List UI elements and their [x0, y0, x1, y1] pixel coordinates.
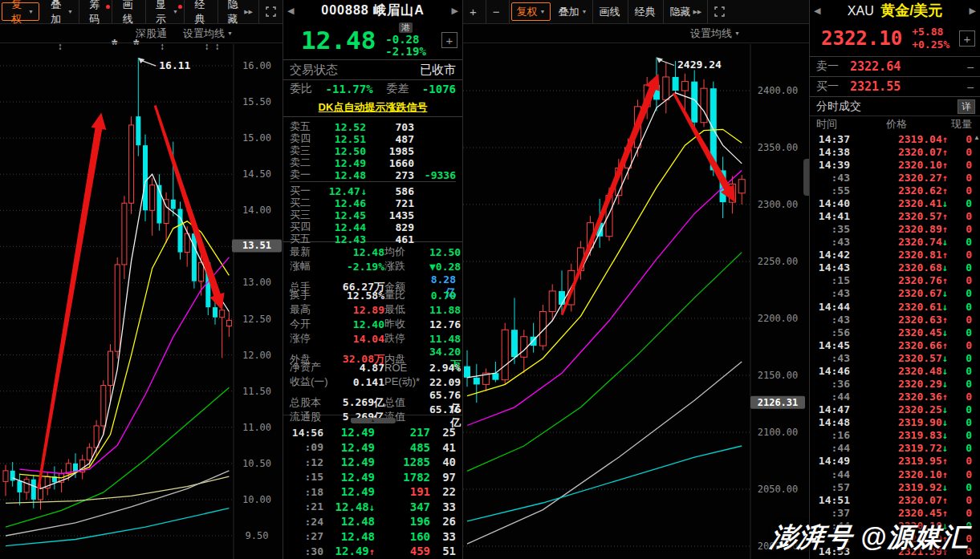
tick-row[interactable]: :44 2319.72↓ 0	[815, 442, 972, 455]
toolbar-button-label: 复权	[7, 0, 26, 26]
stock-header: ◀ 000888 峨眉山A ▶	[283, 0, 462, 21]
toolbar-button[interactable]: 叠加 ▼	[41, 0, 79, 23]
next-symbol-button[interactable]: ▶	[970, 6, 976, 16]
tick-row[interactable]: :43 2320.57↓ 0	[815, 351, 972, 364]
tick-row[interactable]: 14:51 2320.07↑ 0	[815, 493, 972, 506]
tick-row[interactable]: :56 2320.45↓ 0	[815, 326, 972, 338]
detail-button[interactable]: 详	[958, 99, 975, 114]
tick-row[interactable]: :43 2320.67↓ 0	[815, 287, 972, 300]
toolbar-button[interactable]: 复权 ▼	[511, 2, 551, 21]
toolbar-button[interactable]: 显示 ▼	[146, 0, 185, 23]
toolbar-button-label: −	[493, 5, 500, 18]
tick-row[interactable]: 14:38 2320.07↑ 0	[815, 145, 972, 158]
tick-row[interactable]: 14:37 2319.04↑ 0	[815, 132, 972, 145]
toolbar-button-label: 画线	[599, 5, 620, 19]
ask-row[interactable]: 卖五 12.52 703	[290, 119, 456, 132]
bid-row[interactable]: 买一 12.47↓ 586	[290, 184, 456, 196]
toolbar-button[interactable]: 经典	[628, 0, 664, 23]
tick-row[interactable]: 14:49 2319.95↑ 0	[815, 455, 972, 468]
commission-ratio-row: 委比 -11.77% 委差 -1076	[283, 80, 462, 98]
tick-row[interactable]: 14:48 2319.90↓ 0	[815, 416, 972, 429]
fullscreen-icon[interactable]	[708, 0, 731, 23]
add-to-watchlist-button[interactable]: +	[959, 30, 975, 47]
trade-row[interactable]: :24 12.48 196 26	[290, 514, 456, 529]
tick-row[interactable]: :43 2320.74↓ 0	[815, 236, 972, 249]
tick-row[interactable]: 14:42 2320.81↑ 0	[815, 249, 972, 261]
right-kline-chart[interactable]: 2400.002350.002300.002250.002200.002150.…	[463, 0, 809, 559]
ma-settings-button[interactable]: 设置均线 ▼	[690, 26, 740, 41]
svg-text:2400.00: 2400.00	[758, 85, 799, 96]
svg-text:14.50: 14.50	[242, 168, 271, 180]
tick-row[interactable]: :36 2320.29↓ 0	[815, 377, 972, 390]
tick-row[interactable]: 14:40 2320.41↓ 0	[815, 196, 972, 209]
toolbar-button-label: 筹码	[85, 0, 104, 26]
dk-signal-row: DK点自动提示涨跌信号	[283, 98, 462, 117]
add-to-watchlist-button[interactable]: +	[441, 32, 457, 48]
fullscreen-icon[interactable]	[259, 0, 283, 23]
trade-row[interactable]: :12 12.49 1285 40	[290, 455, 456, 470]
left-kline-chart[interactable]: 16.0015.5015.0014.5014.0013.5013.0012.50…	[0, 0, 283, 559]
toolbar-button-label: 经典	[634, 5, 655, 19]
svg-text:10.00: 10.00	[242, 494, 271, 505]
scroll-up-icon[interactable]: ▲	[974, 134, 980, 141]
ask-row[interactable]: 卖二 12.49 1660	[290, 156, 456, 168]
tick-row[interactable]: 14:46 2320.48↓ 0	[815, 364, 972, 377]
tick-row[interactable]: 14:45 2320.66↑ 0	[815, 338, 972, 351]
tick-row[interactable]: :37 2320.45↑ 0	[815, 506, 972, 519]
prev-symbol-button[interactable]: ◀	[814, 6, 820, 16]
tick-row[interactable]: 14:43 2320.68↓ 0	[815, 261, 972, 274]
prev-stock-button[interactable]: ◀	[287, 6, 294, 16]
bid-row[interactable]: 买四 12.44 829	[290, 220, 456, 232]
tick-row[interactable]: 14:44 2320.61↓ 0	[815, 300, 972, 313]
tick-row[interactable]: :44 2320.10↑ 0	[815, 468, 972, 480]
toolbar-button[interactable]: −	[486, 0, 510, 23]
ma-settings-button[interactable]: 设置均线 ▼	[183, 26, 233, 41]
next-stock-button[interactable]: ▶	[452, 6, 458, 16]
toolbar-button[interactable]: 隐藏 ▶▶	[664, 0, 708, 23]
trade-row[interactable]: :15 12.49 1782 97	[290, 470, 456, 485]
red-dot-badge	[106, 5, 110, 9]
tick-row[interactable]: 14:47 2320.25↓ 0	[815, 403, 972, 416]
tick-row[interactable]: 14:39 2320.10↑ 0	[815, 158, 972, 171]
splitter-handle[interactable]: ▲	[351, 418, 396, 423]
tick-row[interactable]: 14:41 2320.57↑ 0	[815, 209, 972, 222]
svg-text:2200.00: 2200.00	[758, 313, 799, 324]
trade-row[interactable]: :18 12.49 191 22	[290, 484, 456, 500]
toolbar-button[interactable]: 筹码	[79, 0, 113, 23]
panel-collapse-handle[interactable]	[803, 159, 809, 196]
trade-row[interactable]: :09 12.49 485 41	[290, 440, 456, 456]
ask-row[interactable]: 卖四 12.51 487	[290, 132, 456, 144]
dk-signal-link[interactable]: DK点自动提示涨跌信号	[319, 100, 428, 115]
tick-row[interactable]: :43 2320.63↑ 0	[815, 313, 972, 326]
trade-row[interactable]: :21 12.48↓ 347 33	[290, 500, 456, 515]
trade-row[interactable]: :30 12.49↑ 459 51	[290, 544, 456, 559]
toolbar-button[interactable]: 画线	[112, 0, 146, 23]
toolbar-button[interactable]: 画线	[593, 0, 628, 23]
ask-row[interactable]: 卖一 12.48 273 -9336	[290, 168, 456, 180]
tick-row[interactable]: :16 2319.83↓ 0	[815, 429, 972, 442]
trade-row[interactable]: :27 12.48 160 33	[290, 529, 456, 545]
bid-row[interactable]: 买三 12.45 1435	[290, 208, 456, 220]
trade-row[interactable]: 14:56 12.49 217 25	[290, 425, 456, 440]
toolbar-button[interactable]: 叠加 ▼	[552, 0, 593, 23]
tick-trade-list: 14:56 12.49 217 25 :09 12.49 485 41 :12 …	[283, 425, 462, 559]
toolbar-button[interactable]: 隐藏 ▶▶	[218, 0, 259, 23]
tick-row[interactable]: :43 2320.27↑ 0	[815, 171, 972, 184]
tick-row[interactable]: :57 2319.92↓ 0	[815, 480, 972, 493]
toolbar-button[interactable]: 复权 ▼	[2, 2, 39, 21]
tick-row[interactable]: :15 2320.76↑ 0	[815, 274, 972, 287]
tick-row[interactable]: :55 2320.62↑ 0	[815, 184, 972, 196]
symbol-name: 黄金/美元	[880, 2, 942, 18]
bid-volume-dash: –	[967, 80, 974, 93]
ask-volume-dash: –	[967, 60, 974, 73]
bid-row[interactable]: 买二 12.46 721	[290, 196, 456, 208]
stock-stats-grid: 最新 12.48 均价 12.50 涨幅 -2.19% 涨跌 ▼0.28 总手 …	[283, 242, 462, 415]
toolbar-button[interactable]: 经典	[185, 0, 218, 23]
gold-last-price: 2322.10	[821, 29, 902, 48]
symbol-code: XAU	[848, 4, 874, 18]
toolbar-button[interactable]: +	[463, 0, 486, 23]
ask-row[interactable]: 卖三 12.50 1985	[290, 144, 456, 156]
toolbar-button-label: 隐藏	[224, 0, 242, 26]
tick-row[interactable]: :35 2320.89↑ 0	[815, 223, 972, 236]
tick-row[interactable]: :44 2320.36↑ 0	[815, 391, 972, 403]
